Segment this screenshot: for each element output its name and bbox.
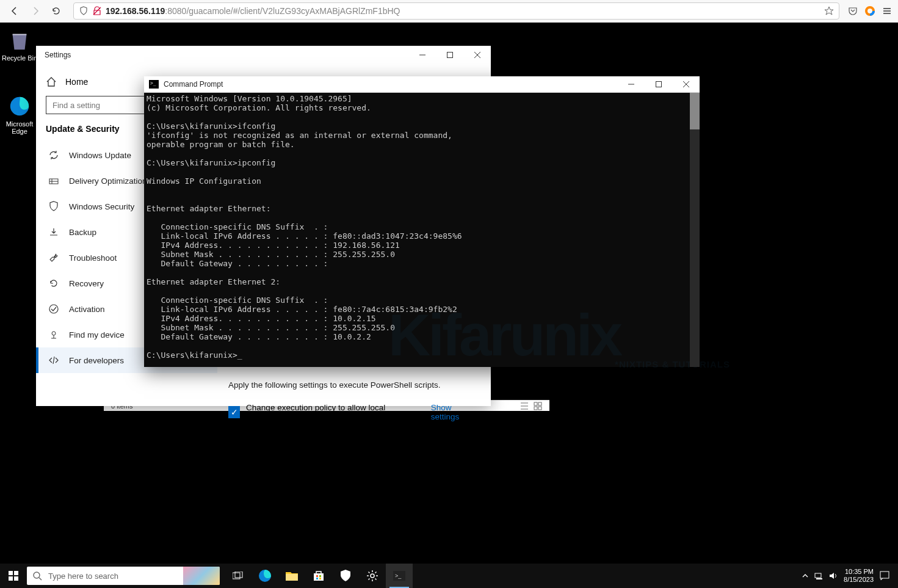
wrench-icon — [48, 252, 59, 263]
tray-clock[interactable]: 10:35 PM 8/15/2023 — [844, 568, 874, 584]
taskbar-security-icon[interactable] — [332, 564, 359, 588]
tray-volume-icon[interactable] — [829, 572, 838, 580]
taskbar: Type here to search >_ — [0, 564, 898, 588]
settings-titlebar[interactable]: Settings — [36, 46, 491, 64]
settings-close-button[interactable] — [463, 46, 491, 64]
tray-date: 8/15/2023 — [844, 576, 874, 584]
sidebar-item-label: Delivery Optimization — [69, 176, 147, 186]
nav-back-button[interactable] — [6, 2, 23, 20]
delivery-icon — [48, 175, 59, 186]
explorer-view-icons-icon[interactable] — [534, 402, 542, 410]
edge-icon[interactable]: Microsoft Edge — [1, 95, 38, 135]
tray-overflow-button[interactable] — [802, 573, 808, 579]
system-tray: 10:35 PM 8/15/2023 — [802, 568, 898, 584]
svg-rect-29 — [319, 578, 321, 579]
taskbar-cmd-icon[interactable]: >_ — [386, 564, 413, 588]
svg-point-30 — [371, 574, 374, 578]
explorer-view-details-icon[interactable] — [520, 402, 529, 410]
taskbar-store-icon[interactable] — [305, 564, 332, 588]
sidebar-item-label: Activation — [69, 305, 105, 314]
browser-toolbar: 192.168.56.119:8080/guacamole/#/client/V… — [0, 0, 898, 23]
hamburger-menu-icon[interactable] — [882, 6, 892, 16]
tray-time: 10:35 PM — [844, 568, 874, 576]
svg-rect-26 — [316, 575, 318, 577]
browser-right-controls — [848, 6, 892, 16]
svg-line-20 — [39, 578, 42, 580]
svg-rect-6 — [534, 407, 537, 410]
address-bar[interactable]: 192.168.56.119:8080/guacamole/#/client/V… — [73, 2, 839, 20]
nav-forward-button[interactable] — [27, 2, 44, 20]
nav-reload-button[interactable] — [48, 2, 65, 20]
sidebar-item-label: Backup — [69, 228, 96, 237]
svg-rect-14 — [656, 82, 661, 87]
cmd-maximize-button[interactable] — [645, 75, 672, 93]
svg-rect-27 — [319, 575, 321, 577]
url-text: 192.168.56.119:8080/guacamole/#/client/V… — [106, 6, 400, 16]
check-circle-icon — [48, 303, 59, 314]
lock-insecure-icon — [92, 6, 102, 16]
svg-point-19 — [34, 572, 40, 578]
cmd-scrollbar-thumb[interactable] — [690, 93, 700, 129]
svg-rect-16 — [14, 571, 18, 575]
sidebar-item-label: Windows Update — [69, 151, 131, 160]
svg-rect-24 — [286, 574, 298, 581]
show-settings-link[interactable]: Show settings — [431, 403, 480, 421]
powershell-checkbox[interactable]: ✓ — [228, 406, 240, 418]
cmd-minimize-button[interactable] — [617, 75, 645, 93]
account-icon[interactable] — [865, 6, 875, 16]
recycle-bin-icon[interactable]: Recycle Bin — [1, 29, 38, 62]
remote-desktop[interactable]: Recycle Bin Microsoft Edge 0 items Setti… — [0, 23, 898, 588]
cmd-scrollbar-track[interactable] — [690, 93, 700, 367]
tray-notifications-icon[interactable] — [880, 571, 889, 581]
svg-rect-17 — [9, 576, 13, 581]
sidebar-item-label: Troubleshoot — [69, 253, 117, 263]
shield-icon — [79, 6, 89, 16]
settings-minimize-button[interactable] — [408, 46, 436, 64]
taskbar-settings-icon[interactable] — [359, 564, 386, 588]
tray-network-icon[interactable] — [814, 572, 823, 580]
svg-rect-5 — [538, 402, 541, 405]
search-icon — [33, 572, 42, 581]
cmd-close-button[interactable] — [672, 75, 700, 93]
svg-rect-28 — [316, 578, 318, 579]
taskbar-search-input[interactable]: Type here to search — [27, 567, 220, 585]
home-icon — [46, 76, 57, 87]
start-button[interactable] — [0, 564, 27, 588]
cmd-title: Command Prompt — [164, 80, 223, 89]
svg-rect-25 — [314, 573, 324, 581]
svg-point-12 — [52, 332, 56, 335]
settings-maximize-button[interactable] — [436, 46, 463, 64]
svg-rect-34 — [816, 578, 822, 579]
svg-rect-18 — [14, 576, 18, 581]
cmd-titlebar[interactable]: Command Prompt — [144, 76, 700, 93]
backup-icon — [48, 227, 59, 238]
shield-icon — [48, 201, 59, 212]
pocket-icon[interactable] — [848, 6, 858, 16]
svg-text:>_: >_ — [395, 573, 402, 579]
cmd-window: Command Prompt Microsoft Windows [Versio… — [144, 76, 700, 367]
cmd-output[interactable]: Microsoft Windows [Version 10.0.19045.29… — [144, 93, 700, 361]
code-icon — [48, 355, 59, 366]
task-view-button[interactable] — [225, 564, 252, 588]
cmd-icon — [149, 80, 159, 89]
taskbar-explorer-icon[interactable] — [278, 564, 305, 588]
location-icon — [48, 329, 59, 340]
search-art-icon — [183, 567, 220, 585]
edge-label: Microsoft Edge — [1, 120, 38, 135]
sidebar-item-label: For developers — [69, 356, 124, 365]
settings-title: Settings — [45, 51, 71, 59]
svg-rect-4 — [534, 402, 537, 405]
svg-rect-9 — [447, 53, 452, 58]
sidebar-item-label: Find my device — [69, 330, 125, 339]
powershell-checkbox-label: Change execution policy to allow local P… — [246, 403, 421, 421]
svg-rect-7 — [538, 407, 541, 410]
taskbar-edge-icon[interactable] — [252, 564, 278, 588]
recovery-icon — [48, 278, 59, 289]
svg-rect-35 — [880, 572, 889, 578]
sidebar-item-label: Windows Security — [69, 202, 134, 211]
svg-rect-15 — [9, 571, 13, 575]
recycle-bin-label: Recycle Bin — [1, 54, 38, 62]
desktop-surface[interactable]: Recycle Bin Microsoft Edge 0 items Setti… — [0, 23, 898, 588]
settings-home-label: Home — [65, 77, 88, 87]
bookmark-star-icon[interactable] — [824, 6, 834, 16]
